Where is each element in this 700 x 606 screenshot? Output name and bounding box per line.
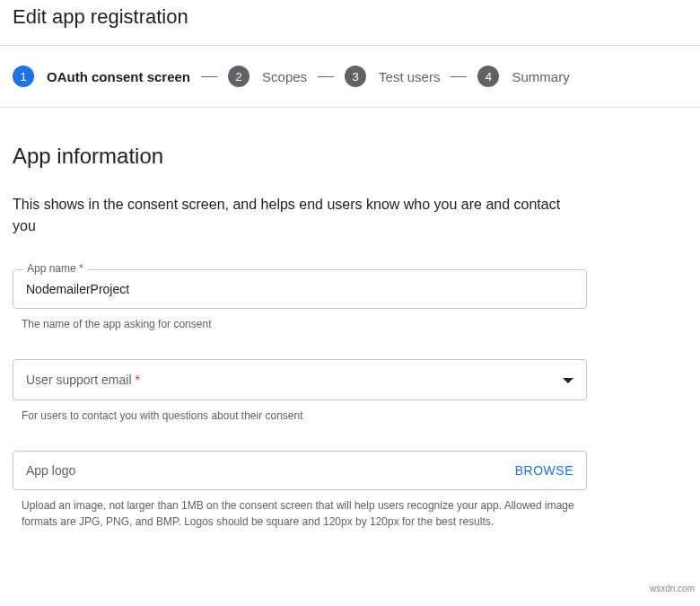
app-logo-helper: Upload an image, not larger than 1MB on … xyxy=(13,497,587,530)
app-logo-input-container[interactable]: App logo BROWSE xyxy=(13,451,587,490)
step-connector xyxy=(318,76,334,77)
app-name-input-container[interactable]: App name * xyxy=(13,269,587,309)
section-app-information: App information This shows in the consen… xyxy=(0,108,700,566)
section-heading: App information xyxy=(13,144,687,169)
section-description: This shows in the consent screen, and he… xyxy=(13,194,587,237)
step-label-1: OAuth consent screen xyxy=(47,69,190,84)
stepper: 1 OAuth consent screen 2 Scopes 3 Test u… xyxy=(0,46,700,108)
browse-button[interactable]: BROWSE xyxy=(515,463,573,478)
step-connector xyxy=(201,76,217,77)
step-connector xyxy=(451,76,467,77)
step-scopes[interactable]: 2 Scopes xyxy=(228,66,307,87)
step-label-3: Test users xyxy=(379,69,440,84)
step-label-2: Scopes xyxy=(262,69,307,84)
step-number-4: 4 xyxy=(477,66,499,87)
app-name-helper: The name of the app asking for consent xyxy=(13,316,587,332)
field-app-logo: App logo BROWSE Upload an image, not lar… xyxy=(13,451,587,530)
support-email-placeholder: User support email * xyxy=(26,373,140,387)
step-summary[interactable]: 4 Summary xyxy=(477,66,569,87)
step-number-2: 2 xyxy=(228,66,249,87)
app-name-label: App name * xyxy=(22,262,88,275)
step-number-3: 3 xyxy=(345,66,366,87)
support-email-select[interactable]: User support email * xyxy=(13,359,587,400)
step-test-users[interactable]: 3 Test users xyxy=(345,66,440,87)
app-logo-placeholder: App logo xyxy=(26,463,75,478)
page-title: Edit app registration xyxy=(0,0,700,46)
field-support-email: User support email * For users to contac… xyxy=(13,359,587,424)
support-email-helper: For users to contact you with questions … xyxy=(13,408,587,424)
step-number-1: 1 xyxy=(13,66,34,87)
step-label-4: Summary xyxy=(512,69,569,84)
app-name-input[interactable] xyxy=(26,282,573,296)
field-app-name: App name * The name of the app asking fo… xyxy=(13,269,587,332)
chevron-down-icon xyxy=(563,372,573,388)
step-oauth-consent[interactable]: 1 OAuth consent screen xyxy=(13,66,190,87)
